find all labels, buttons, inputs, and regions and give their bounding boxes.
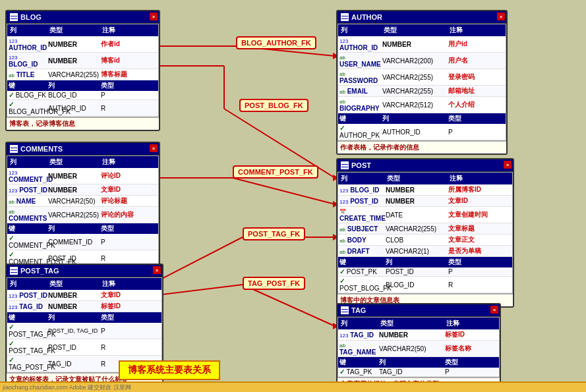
author-table: AUTHOR × 列 类型 注释 123 AUTHOR_ID NUMBER 用户… [336,10,508,155]
table-row: ab BODY CLOB 文章正文 [338,235,512,246]
author-footer: 作者表格，记录作者的信息 [337,141,506,154]
deco-border: jiaochang.chazidian.com Adobe 建交财政 汉星网 [0,381,586,392]
post-close-btn[interactable]: × [504,161,512,169]
fk-post-tag: POST_TAG_FK [243,227,305,240]
author-table-header: AUTHOR × [337,11,506,24]
deco-text: jiaochang.chazidian.com Adobe 建交财政 汉星网 [3,383,131,392]
comments-table: COMMENTS × 列 类型 注释 123 COMMENT_ID NUMBER… [5,142,160,281]
author-col-headers: 列 类型 注释 [338,24,506,36]
bottom-label: 博客系统主要表关系 [119,360,220,380]
table-row: 123 POST_ID NUMBER 文章ID [338,196,512,207]
grid-icon [10,13,18,21]
grid-icon [341,13,349,21]
fk-tag-post: TAG_POST_FK [243,277,305,290]
comments-close-btn[interactable]: × [150,144,158,152]
table-row: ✓ AUTHOR_PK AUTHOR_ID P [338,124,506,140]
tag-table: TAG × 列 类型 注释 123 TAG_ID NUMBER 标签ID ab … [336,303,501,391]
svg-line-14 [243,285,335,326]
tag-table-inner: 列 类型 注释 123 TAG_ID NUMBER 标签ID ab TAG_NA… [337,317,500,378]
blog-table: BLOG × 列 类型 注释 123 AUTHOR_ID NUMBER 作者id… [5,10,160,131]
blog-table-title: BLOG [20,13,42,21]
table-row: 123 BLOG_ID NUMBER 所属博客ID [338,184,512,196]
table-row: ab TITLE VARCHAR2(255) 博客标题 [7,69,158,80]
comments-col-headers: 列 类型 注释 [7,156,158,168]
comments-table-title: COMMENTS [20,145,63,153]
table-row: ab TAG_NAME VARCHAR2(50) 标签名称 [338,341,499,357]
blog-footer: 博客表，记录博客信息 [7,117,159,130]
table-row: 123 TAG_ID NUMBER 标签ID [338,329,499,341]
table-row: ✓ BLOG_FK BLOG_ID P [7,91,158,100]
table-row: ab EMAIL VARCHAR2(255) 邮箱地址 [338,86,506,97]
tag-col-headers: 列 类型 注释 [338,318,499,329]
table-row: 123 POST_ID NUMBER 文章ID [7,184,158,196]
table-row: ab BIOGRAPHY VARCHAR2(512) 个人介绍 [338,97,506,113]
table-row: 123 POST_ID NUMBER 文章ID [7,290,161,301]
grid-icon [341,161,349,169]
table-row: ✓ BLOG_AUTHOR_FK AUTHOR_ID R [7,100,158,117]
fk-post-blog: POST_BLOG_FK [239,99,308,112]
post-tag-table-header: POST_TAG × [7,265,162,277]
table-row: ✓ POST_TAG_FK POST_ID R [7,339,161,356]
post-table: POST × 列 类型 注释 123 BLOG_ID NUMBER 所属博客ID… [336,158,514,308]
table-row: ab PASSWORD VARCHAR2(255) 登录密码 [338,69,506,86]
blog-table-header: BLOG × [7,11,159,24]
post-table-header: POST × [337,159,513,172]
tag-close-btn[interactable]: × [490,306,498,314]
author-table-title: AUTHOR [351,13,382,21]
post-tag-table-title: POST_TAG [20,267,59,275]
post-separator: 键 列 类型 [338,257,512,267]
table-row: ab COMMENTS VARCHAR2(255) 评论的内容 [7,207,158,223]
tag-table-title: TAG [351,306,366,314]
table-row: ✓ TAG_PK TAG_ID P [338,368,499,377]
blog-separator: 键 列 类型 [7,80,158,91]
table-row: ✓ POST_PK POST_ID P [338,267,512,277]
tag-table-header: TAG × [337,304,500,317]
comments-table-header: COMMENTS × [7,143,159,155]
grid-icon [341,306,349,314]
table-row: 123 TAG_ID NUMBER 标签ID [7,301,161,312]
tag-separator: 键 列 类型 [338,357,499,368]
table-row: ab DRAFT VARCHAR2(1) 是否为单稿 [338,246,512,257]
comments-table-inner: 列 类型 注释 123 COMMENT_ID NUMBER 评论ID 123 P… [7,155,159,267]
svg-line-8 [233,178,335,204]
post-table-inner: 列 类型 注释 123 BLOG_ID NUMBER 所属博客ID 123 PO… [337,172,513,294]
table-row: 123 AUTHOR_ID NUMBER 作者id [7,36,158,53]
post-tag-close-btn[interactable]: × [153,266,161,274]
blog-close-btn[interactable]: × [150,13,158,20]
grid-icon [10,145,18,153]
table-row: ab USER_NAME VARCHAR2(200) 用户名 [338,53,506,69]
grid-icon [10,267,18,275]
table-row: 123 COMMENT_ID NUMBER 评论ID [7,168,158,184]
table-row: 123 BLOG_ID NUMBER 博客id [7,53,158,69]
author-close-btn[interactable]: × [497,13,505,20]
table-row: 📅 CREATE_TIME DATE 文章创建时间 [338,207,512,223]
post-tag-separator: 键 列 类型 [7,312,161,323]
blog-col-headers: 列 类型 注释 [7,24,158,36]
blog-table-inner: 列 类型 注释 123 AUTHOR_ID NUMBER 作者id 123 BL… [7,24,159,117]
table-row: 123 AUTHOR_ID NUMBER 用户id [338,36,506,53]
table-row: ✓ POST_TAG_PK POST_ID, TAG_ID P [7,323,161,339]
post-table-title: POST [351,161,371,169]
post-col-headers: 列 类型 注释 [338,173,512,184]
author-table-inner: 列 类型 注释 123 AUTHOR_ID NUMBER 用户id ab USE… [337,24,506,141]
table-row: ab SUBJECT VARCHAR2(255) 文章标题 [338,223,512,235]
author-separator: 键 列 类型 [338,113,506,124]
fk-blog-author: BLOG_AUTHOR_FK [236,36,316,49]
table-row: ✓ COMMENT_PK COMMENT_ID P [7,234,158,250]
fk-comment-post: COMMENT_POST_FK [233,165,318,179]
table-row: ab NAME VARCHAR2(50) 评论标题 [7,196,158,207]
post-tag-col-headers: 列 类型 注释 [7,278,161,290]
post-tag-table-inner: 列 类型 注释 123 POST_ID NUMBER 文章ID 123 TAG_… [7,277,162,373]
comments-separator: 键 列 类型 [7,223,158,234]
table-row: ✓ POST_BLOG_FK BLOG_ID R [338,277,512,293]
